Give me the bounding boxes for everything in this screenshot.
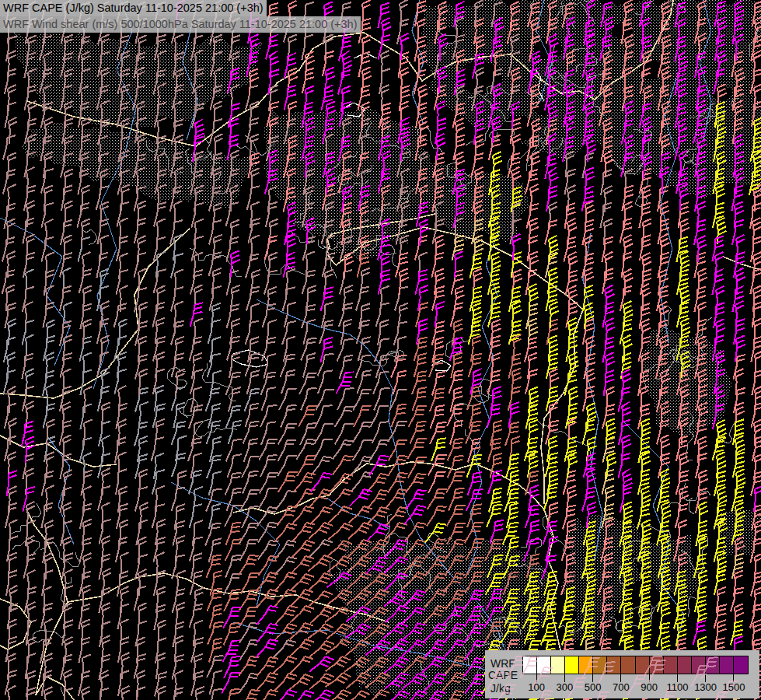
svg-text:1300: 1300 <box>694 681 717 693</box>
svg-text:1500: 1500 <box>722 681 745 693</box>
svg-text:900: 900 <box>641 681 658 693</box>
svg-text:WRF: WRF <box>490 657 515 670</box>
svg-text:1100: 1100 <box>666 681 688 693</box>
svg-text:300: 300 <box>557 681 574 693</box>
svg-text:500: 500 <box>585 681 602 693</box>
svg-text:700: 700 <box>613 681 630 693</box>
svg-text:100: 100 <box>528 681 545 693</box>
